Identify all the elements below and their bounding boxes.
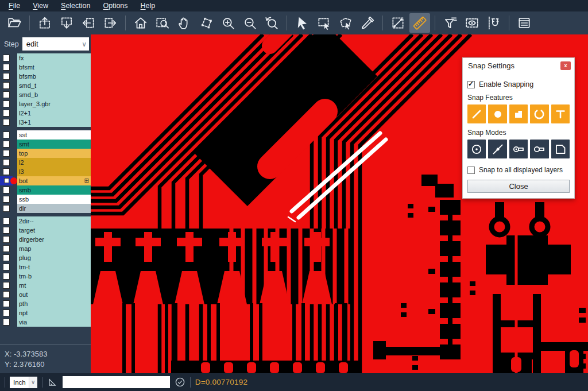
layer-visibility-checkbox[interactable] (0, 72, 13, 81)
select-cursor-icon[interactable] (292, 13, 312, 33)
layer-name[interactable]: l2 (17, 158, 91, 167)
clear-brush-icon[interactable] (357, 13, 378, 33)
layer-name[interactable]: dirgerber (17, 235, 91, 244)
layer-visibility-checkbox[interactable] (0, 244, 13, 253)
layer-visibility-checkbox[interactable] (0, 109, 13, 118)
home-icon[interactable] (130, 13, 151, 33)
layer-visibility-checkbox[interactable] (0, 204, 13, 213)
layer-name[interactable]: mt (17, 281, 91, 290)
layer-name[interactable]: dir (17, 204, 91, 213)
layer-visibility-checkbox[interactable] (0, 262, 13, 272)
snap-mode-point-on-line-icon[interactable] (488, 140, 506, 158)
layer-visibility-checkbox[interactable] (0, 130, 13, 140)
layer-visibility-checkbox[interactable] (0, 90, 13, 99)
measure-line-icon[interactable] (388, 13, 408, 33)
close-button[interactable]: Close (467, 180, 570, 193)
command-input[interactable] (63, 376, 170, 388)
snap-feature-text-icon[interactable] (551, 104, 570, 123)
layer-visibility-checkbox[interactable] (0, 149, 13, 158)
select-polygon-icon[interactable] (335, 13, 356, 33)
layer-visibility-checkbox[interactable] (0, 318, 13, 327)
snap-magnet-icon[interactable] (483, 13, 504, 33)
zoom-area-icon[interactable] (196, 13, 216, 33)
zoom-in-icon[interactable] (218, 13, 238, 33)
highlight-eye-icon[interactable] (462, 13, 482, 33)
shift-left-icon[interactable] (78, 13, 99, 33)
layer-name[interactable]: smb (17, 185, 91, 195)
layer-row-layer_3.gbr[interactable]: layer_3.gbr (0, 99, 91, 109)
layer-row-dirgerber[interactable]: dirgerber (0, 235, 91, 244)
layer-name[interactable]: top (17, 149, 91, 158)
step-select[interactable]: edit ∨ (22, 37, 89, 51)
layer-row-mt[interactable]: mt (0, 281, 91, 290)
open-folder-icon[interactable] (4, 13, 25, 33)
layer-name[interactable]: smd_t (17, 81, 91, 90)
layer-name[interactable]: map (17, 244, 91, 253)
layer-visibility-checkbox[interactable] (0, 140, 13, 149)
layer-row-fx[interactable]: fx (0, 53, 91, 63)
ruler-icon[interactable] (409, 13, 430, 33)
layer-visibility-checkbox[interactable] (0, 299, 13, 308)
layer-visibility-checkbox[interactable] (0, 195, 13, 204)
zoom-previous-icon[interactable] (261, 13, 282, 33)
export-top-icon[interactable] (34, 13, 55, 33)
apply-check-icon[interactable] (175, 377, 185, 388)
layer-visibility-checkbox[interactable] (0, 118, 13, 127)
layer-name[interactable]: tm-t (17, 262, 91, 272)
layer-row-map[interactable]: map (0, 244, 91, 253)
enable-snapping-row[interactable]: Enable Snapping (467, 80, 570, 88)
angle-measure-icon[interactable] (47, 377, 58, 388)
layer-visibility-checkbox[interactable] (0, 53, 13, 63)
layer-name[interactable]: smd_b (17, 90, 91, 99)
menu-selection[interactable]: Selection (55, 0, 96, 11)
snap-feature-line-icon[interactable] (467, 104, 486, 123)
layer-visibility-checkbox[interactable] (0, 290, 13, 299)
layer-name[interactable]: l2+1 (17, 109, 91, 118)
layer-name[interactable]: bot⊞ (17, 176, 91, 185)
layer-name[interactable]: bfsmt (17, 63, 91, 72)
layer-row-sst[interactable]: sst (0, 130, 91, 140)
layer-row-tm-t[interactable]: tm-t (0, 262, 91, 272)
layer-name[interactable]: smt (17, 140, 91, 149)
unit-select[interactable]: Inch ∨ (10, 377, 37, 388)
layer-name[interactable]: target (17, 226, 91, 235)
layer-row-l2+1[interactable]: l2+1 (0, 109, 91, 118)
layer-name[interactable]: npt (17, 308, 91, 318)
layer-row-pth[interactable]: pth (0, 299, 91, 308)
layer-row-bfsmb[interactable]: bfsmb (0, 72, 91, 81)
menu-options[interactable]: Options (96, 0, 134, 11)
layer-visibility-checkbox[interactable] (0, 253, 13, 262)
layer-row-plug[interactable]: plug (0, 253, 91, 262)
layer-name[interactable]: l3 (17, 167, 91, 176)
layer-row-top[interactable]: top (0, 149, 91, 158)
shift-right-icon[interactable] (100, 13, 121, 33)
layer-name[interactable]: l3+1 (17, 118, 91, 127)
snap-feature-surface-icon[interactable] (509, 104, 528, 123)
enable-snapping-checkbox[interactable] (467, 81, 475, 88)
layer-row-bfsmt[interactable]: bfsmt (0, 63, 91, 72)
layer-row-l3[interactable]: l3 (0, 167, 91, 176)
layer-visibility-checkbox[interactable] (0, 167, 13, 176)
layer-name[interactable]: out (17, 290, 91, 299)
zoom-window-icon[interactable] (152, 13, 173, 33)
layer-name[interactable]: layer_3.gbr (17, 99, 91, 109)
snap-mode-slot-icon[interactable] (530, 140, 548, 158)
menu-file[interactable]: File (2, 0, 26, 11)
dialog-title-bar[interactable]: Snap Settings x (463, 58, 574, 73)
layer-visibility-checkbox[interactable] (0, 308, 13, 318)
layer-name[interactable]: fx (17, 53, 91, 63)
layer-row-tm-b[interactable]: tm-b (0, 272, 91, 281)
layer-visibility-checkbox[interactable] (0, 158, 13, 167)
layer-name[interactable]: plug (17, 253, 91, 262)
layer-row-ssb[interactable]: ssb (0, 195, 91, 204)
layer-name[interactable]: ssb (17, 195, 91, 204)
layer-row-npt[interactable]: npt (0, 308, 91, 318)
layer-row-l3+1[interactable]: l3+1 (0, 118, 91, 127)
layers-panel-icon[interactable] (514, 13, 535, 33)
snap-mode-outline-icon[interactable] (551, 140, 570, 158)
layer-visibility-checkbox[interactable] (0, 281, 13, 290)
pan-hand-icon[interactable] (174, 13, 195, 33)
layer-name[interactable]: 2dir-- (17, 216, 91, 226)
layer-visibility-checkbox[interactable] (0, 81, 13, 90)
layer-visibility-checkbox[interactable] (0, 235, 13, 244)
